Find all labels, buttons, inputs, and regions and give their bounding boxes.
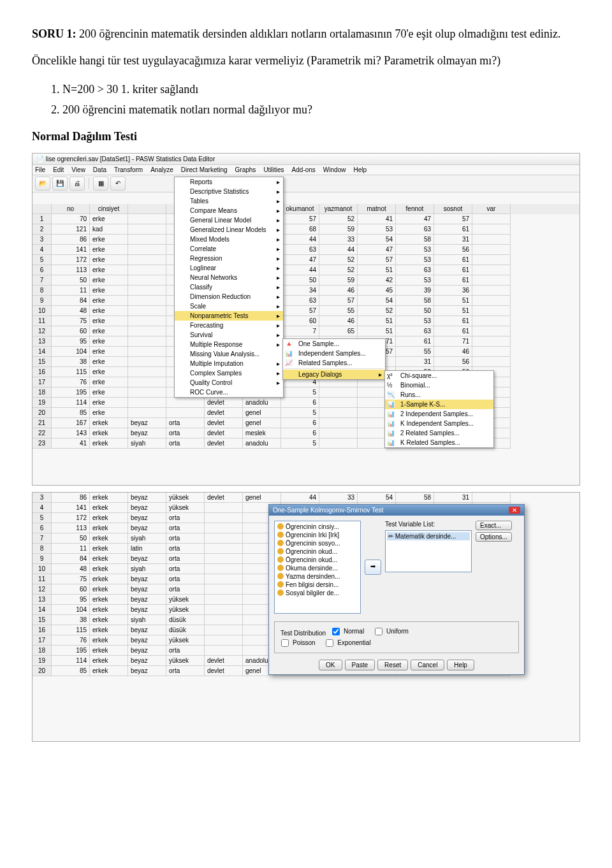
- help-button[interactable]: Help: [447, 660, 474, 670]
- move-right-button[interactable]: ➡: [365, 560, 381, 575]
- legacy-submenu: χ²Chi-square... ½Binomial... 📉Runs... 📊1…: [384, 370, 494, 448]
- table-row: 2341erkeksiyahortadevletanadolu55556: [33, 438, 579, 449]
- mi-kindep[interactable]: 📊K Independent Samples...: [385, 419, 493, 428]
- chk-poisson[interactable]: Poisson: [279, 637, 316, 649]
- mi-classify[interactable]: Classify: [175, 282, 283, 292]
- mi-correlate[interactable]: Correlate: [175, 244, 283, 254]
- mi-missing-value-analysis-[interactable]: Missing Value Analysis...: [175, 349, 283, 359]
- mi-2related[interactable]: 📊2 Related Samples...: [385, 428, 493, 438]
- criteria-list: 1. N=200 > 30 1. kriter sağlandı 2. 200 …: [51, 79, 580, 120]
- mi-2indep[interactable]: 📊2 Independent Samples...: [385, 409, 493, 419]
- menu-data[interactable]: Data: [93, 166, 106, 173]
- menu-view[interactable]: View: [71, 166, 85, 173]
- mi-1sample-ks[interactable]: 📊1-Sample K-S...: [385, 400, 493, 409]
- menu-help[interactable]: Help: [353, 166, 367, 173]
- menu-direct-marketing[interactable]: Direct Marketing: [181, 166, 228, 173]
- dialog-close-icon[interactable]: ✕: [509, 507, 520, 514]
- open-icon[interactable]: 📂: [35, 177, 50, 191]
- var-item[interactable]: Ögrencinin sosyo...: [276, 539, 359, 547]
- var-item[interactable]: Ögrencinin cinsiy...: [276, 523, 359, 531]
- mi-one-sample[interactable]: 🔺One Sample...: [283, 339, 385, 349]
- table-row: 386erkekbeyazyüksekdevletgenel4433545831: [33, 493, 579, 503]
- options-button[interactable]: Options...: [476, 532, 512, 542]
- data-view-icon[interactable]: ▦: [93, 177, 108, 191]
- mi-dimension-reduction[interactable]: Dimension Reduction: [175, 292, 283, 301]
- table-row: 170erkedevletgenel5752414757: [33, 214, 579, 224]
- menu-analyze[interactable]: Analyze: [150, 166, 173, 173]
- exact-button[interactable]: Exact...: [476, 521, 512, 530]
- mi-chi-square[interactable]: χ²Chi-square...: [385, 371, 493, 380]
- analyze-menu: ReportsDescriptive StatisticsTablesCompa…: [174, 177, 284, 398]
- mi-runs[interactable]: 📉Runs...: [385, 390, 493, 400]
- mi-neural-networks[interactable]: Neural Networks: [175, 273, 283, 282]
- menu-addons[interactable]: Add-ons: [292, 166, 316, 173]
- var-item[interactable]: Okuma dersinde...: [276, 564, 359, 572]
- data-grid: 170erkedevletgenel57524147572121kaddevle…: [33, 214, 579, 449]
- mi-general-linear-model[interactable]: General Linear Model: [175, 215, 283, 225]
- menu-edit[interactable]: Edit: [53, 166, 64, 173]
- table-row: 22143erkekbeyazortadevletmeslek67266: [33, 428, 579, 438]
- test-var-list[interactable]: ✏ Matematik dersinde...: [385, 530, 472, 572]
- list-item-2: 2. 200 öğrencini matematik notları norma…: [51, 99, 580, 120]
- question-text: 200 öğrencinin matematik dersinden aldık…: [76, 27, 561, 40]
- menu-utilities[interactable]: Utilities: [263, 166, 284, 173]
- mi-multiple-imputation[interactable]: Multiple Imputation: [175, 359, 283, 368]
- var-item[interactable]: Ögrencinin Irki [Irk]: [276, 531, 359, 539]
- mi-multiple-response[interactable]: Multiple Response: [175, 340, 283, 349]
- paste-button[interactable]: Paste: [345, 660, 375, 670]
- mi-generalized-linear-models[interactable]: Generalized Linear Models: [175, 225, 283, 235]
- mi-krelated[interactable]: 📊K Related Samples...: [385, 438, 493, 447]
- menu-graphs[interactable]: Graphs: [235, 166, 256, 173]
- chk-normal[interactable]: Normal: [330, 626, 364, 637]
- table-row: 2085erkedevletgenel55346: [33, 408, 579, 418]
- var-item[interactable]: Yazma dersinden...: [276, 572, 359, 581]
- mi-forecasting[interactable]: Forecasting: [175, 321, 283, 330]
- mi-reports[interactable]: Reports: [175, 177, 283, 187]
- menu-transform[interactable]: Transform: [114, 166, 143, 173]
- move-button-area: ➡: [365, 521, 381, 614]
- undo-icon[interactable]: ↶: [110, 177, 126, 191]
- grid-header: nocinsiyet ultürüprogtürüokumanot yazman…: [33, 204, 579, 214]
- mi-mixed-models[interactable]: Mixed Models: [175, 235, 283, 244]
- var-item[interactable]: Fen bilgisi dersin...: [276, 581, 359, 589]
- reset-button[interactable]: Reset: [377, 660, 408, 670]
- mi-nonparametric-tests[interactable]: Nonparametric Tests: [175, 311, 283, 321]
- mi-related-samples[interactable]: 📈Related Samples...: [283, 358, 385, 368]
- mi-roc-curve-[interactable]: ROC Curve...: [175, 387, 283, 397]
- chk-uniform[interactable]: Uniform: [372, 626, 409, 637]
- mi-descriptive-statistics[interactable]: Descriptive Statistics: [175, 187, 283, 196]
- mi-complex-samples[interactable]: Complex Samples: [175, 368, 283, 378]
- toolbar: 📂 💾 🖨 ▦ ↶: [33, 175, 579, 192]
- var-item[interactable]: Ögrencinin okud...: [276, 547, 359, 556]
- cancel-button[interactable]: Cancel: [411, 660, 444, 670]
- mi-binomial[interactable]: ½Binomial...: [385, 380, 493, 390]
- mi-survival[interactable]: Survival: [175, 330, 283, 340]
- mi-indep-samples[interactable]: 📊Independent Samples...: [283, 349, 385, 358]
- mi-scale[interactable]: Scale: [175, 301, 283, 311]
- mi-quality-control[interactable]: Quality Control: [175, 378, 283, 387]
- table-row: 750erkedevletgenel5059425361: [33, 275, 579, 286]
- mi-loglinear[interactable]: Loglinear: [175, 263, 283, 273]
- mi-legacy-dialogs[interactable]: Legacy Dialogs: [283, 370, 385, 379]
- print-icon[interactable]: 🖨: [69, 177, 85, 191]
- chk-exponential[interactable]: Exponential: [323, 637, 370, 649]
- var-item[interactable]: Ögrencinin okud...: [276, 556, 359, 564]
- table-row: 5172erkedevletanadolu4752575361: [33, 255, 579, 265]
- mi-compare-means[interactable]: Compare Means: [175, 206, 283, 215]
- source-var-list[interactable]: Ögrencinin cinsiy... Ögrencinin Irki [Ir…: [274, 521, 361, 614]
- paragraph-2: Öncelikle hangi tür test uygulayacağımız…: [32, 52, 580, 69]
- mi-tables[interactable]: Tables: [175, 196, 283, 206]
- table-row: 984erkedevletgenel6357545851: [33, 296, 579, 306]
- menu-window[interactable]: Window: [323, 166, 346, 173]
- table-row: 386erkedevletgenel4433545831: [33, 235, 579, 245]
- save-icon[interactable]: 💾: [52, 177, 68, 191]
- menu-file[interactable]: File: [35, 166, 45, 173]
- var-item[interactable]: Sosyal bilgiler de...: [276, 589, 359, 597]
- selected-var[interactable]: ✏ Matematik dersinde...: [387, 532, 470, 540]
- ok-button[interactable]: OK: [319, 660, 342, 670]
- window-title: lise ogrencileri.sav [DataSet1] - PASW S…: [46, 156, 215, 163]
- spss-screenshot-menu: 📄 lise ogrencileri.sav [DataSet1] - PASW…: [32, 153, 580, 486]
- table-row: 1260erke765516361: [33, 326, 579, 336]
- mi-regression[interactable]: Regression: [175, 254, 283, 263]
- table-row: 811erkedevletanadolu3446453936: [33, 286, 579, 296]
